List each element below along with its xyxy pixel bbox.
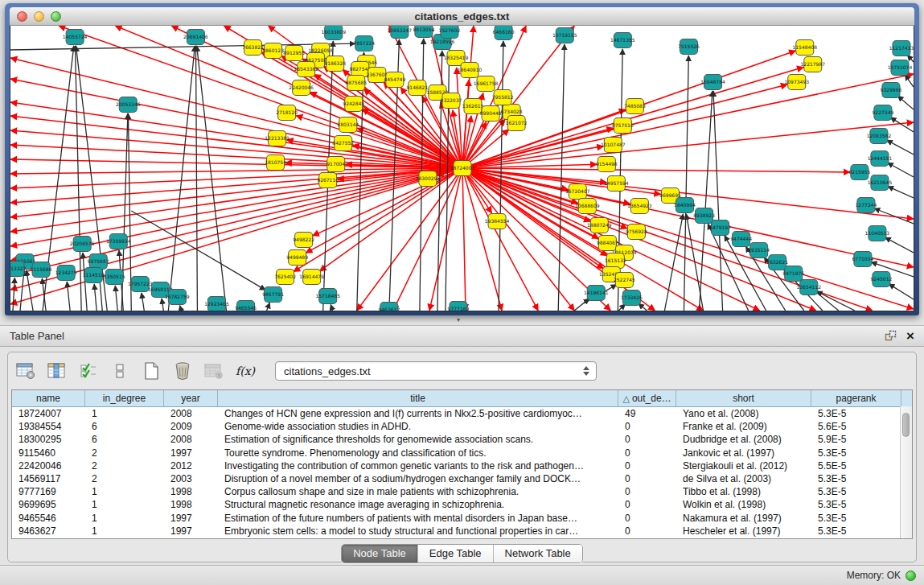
graph-node[interactable]: 11548408	[792, 40, 817, 56]
table-cell[interactable]: 2003	[164, 473, 218, 484]
table-cell[interactable]: 5.5E-5	[811, 460, 901, 472]
graph-node[interactable]: 1350515	[104, 270, 125, 285]
table-cell[interactable]: 2009	[164, 421, 218, 432]
close-window-button[interactable]	[17, 11, 27, 22]
table-cell[interactable]: 49	[618, 408, 676, 419]
graph-node[interactable]: 10688609	[575, 199, 600, 214]
tab-node-table[interactable]: Node Table	[342, 545, 418, 562]
graph-node[interactable]: 10654112	[796, 280, 821, 295]
graph-node[interactable]: 8186328	[324, 56, 346, 72]
graph-node[interactable]: 9975887	[88, 254, 109, 270]
table-cell[interactable]: 1998	[164, 499, 218, 510]
graph-node[interactable]: 6771034	[852, 252, 874, 267]
table-cell[interactable]: 5.9E-5	[811, 434, 901, 445]
table-cell[interactable]: 18300295	[12, 434, 85, 445]
graph-node[interactable]: 14957594	[604, 176, 629, 192]
network-window-titlebar[interactable]: citations_edges.txt	[10, 7, 914, 26]
graph-node[interactable]: 8215955	[849, 165, 871, 180]
graph-node[interactable]: 15720407	[565, 184, 590, 200]
new-table-button[interactable]	[140, 360, 162, 381]
table-row[interactable]: 946554611997Estimation of the future num…	[12, 512, 912, 525]
graph-node[interactable]: 20691406	[183, 30, 208, 45]
table-cell[interactable]: 5.3E-5	[811, 499, 901, 510]
graph-node[interactable]: 1615132	[605, 253, 626, 269]
table-row[interactable]: 911546021997Tourette syndrome. Phenomeno…	[12, 447, 912, 459]
graph-node[interactable]: 20206576	[70, 237, 95, 252]
graph-node[interactable]: 7955812	[492, 90, 514, 105]
graph-node[interactable]: 16782759	[165, 290, 190, 305]
graph-node[interactable]: 1115688	[31, 262, 52, 278]
table-cell[interactable]: 9699695	[12, 499, 85, 510]
graph-node[interactable]: 9227349	[873, 105, 894, 121]
graph-node[interactable]: 2803144	[337, 117, 359, 133]
network-canvas[interactable]: 7663822886012389129551822605898275088186…	[10, 26, 914, 311]
table-cell[interactable]: 0	[618, 421, 676, 432]
graph-node[interactable]: 9329966	[881, 83, 902, 98]
table-cell[interactable]: Corpus callosum shape and size in male p…	[218, 486, 618, 497]
table-cell[interactable]: Estimation of significance thresholds fo…	[218, 434, 618, 445]
graph-node[interactable]: 18724007	[450, 161, 475, 176]
graph-node[interactable]: 12444151	[868, 151, 893, 167]
graph-node[interactable]: 1621072	[506, 116, 528, 131]
table-cell[interactable]: Hescheler et al. (1997)	[676, 525, 811, 537]
select-columns-button[interactable]	[77, 360, 100, 381]
graph-node[interactable]: 16033809	[321, 26, 346, 40]
table-settings-button[interactable]	[14, 360, 37, 381]
graph-node[interactable]: 16543382	[294, 62, 318, 77]
table-cell[interactable]: 5.3E-5	[811, 473, 901, 484]
table-cell[interactable]: 1	[85, 499, 164, 510]
table-cell[interactable]: Wolkin et al. (1998)	[676, 499, 811, 510]
graph-node[interactable]: 7663822	[242, 40, 264, 56]
graph-node[interactable]: 1114519	[83, 268, 105, 283]
table-cell[interactable]: Tourette syndrome. Phenomenology and cla…	[218, 447, 618, 459]
graph-node[interactable]: 9884067	[597, 236, 618, 251]
graph-node[interactable]: 8912955	[283, 46, 305, 61]
graph-node[interactable]: 17359934	[106, 234, 131, 249]
table-cell[interactable]: 18724007	[12, 408, 85, 419]
column-header-short[interactable]: short	[676, 390, 811, 406]
graph-node[interactable]: 1840994	[674, 198, 696, 213]
graph-node[interactable]: 1234275	[55, 266, 77, 281]
delete-attributes-button[interactable]	[171, 360, 194, 381]
graph-node[interactable]: 7485083	[624, 99, 646, 114]
table-cell[interactable]: Tibbo et al. (1998)	[676, 486, 811, 497]
graph-node[interactable]: 7857224	[353, 36, 375, 51]
table-cell[interactable]: Nakamura et al. (1997)	[676, 513, 811, 524]
table-cell[interactable]: 5.6E-5	[811, 421, 901, 432]
zoom-window-button[interactable]	[51, 11, 61, 22]
graph-node[interactable]: 14055724	[63, 30, 88, 45]
graph-node[interactable]: 8860123	[262, 43, 284, 59]
graph-node[interactable]: 1733426	[621, 290, 643, 306]
table-cell[interactable]: 22420046	[12, 460, 85, 472]
graph-node[interactable]: 9875685	[345, 76, 367, 91]
table-cell[interactable]: 5.3E-5	[811, 513, 901, 524]
graph-node[interactable]: 16914479	[299, 270, 324, 285]
graph-node[interactable]: 18807249	[587, 218, 612, 233]
graph-node[interactable]: 10719155	[552, 28, 577, 43]
table-cell[interactable]: Jankovic et al. (1997)	[676, 447, 811, 459]
scrollbar-thumb[interactable]	[902, 413, 910, 437]
column-header-in_degree[interactable]: in_degree	[85, 390, 164, 406]
table-cell[interactable]: 0	[618, 499, 676, 510]
table-cell[interactable]: Dudbridge et al. (2008)	[676, 434, 811, 445]
delete-table-button-disabled[interactable]	[203, 360, 225, 381]
column-header-year[interactable]: year	[164, 390, 218, 406]
graph-node[interactable]: 9267110	[317, 173, 339, 188]
graph-node[interactable]: 8757510	[612, 118, 634, 134]
column-header-pagerank[interactable]: pagerank	[811, 390, 901, 406]
graph-node[interactable]: 6479197	[709, 220, 731, 236]
graph-node[interactable]: 18300295	[416, 171, 441, 187]
graph-node[interactable]: 11040513	[865, 226, 890, 241]
graph-node[interactable]: 19384554	[485, 214, 510, 229]
table-cell[interactable]: Structural magnetic resonance image aver…	[218, 499, 618, 510]
table-row[interactable]: 977716911998Corpus callosum shape and si…	[12, 485, 912, 498]
graph-node[interactable]: 8938923	[693, 208, 715, 224]
graph-node[interactable]: 9463627	[378, 303, 400, 311]
table-row[interactable]: 1938455462009Genome-wide association stu…	[12, 420, 912, 433]
table-cell[interactable]: Changes of HCN gene expression and I(f) …	[218, 408, 618, 419]
table-row[interactable]: 946362711997Embryonic stem cells: a mode…	[12, 525, 912, 538]
table-cell[interactable]: Stergiakouli et al. (2012)	[676, 460, 811, 472]
close-panel-icon[interactable]: ×	[906, 331, 914, 342]
graph-node[interactable]: 8454749	[384, 72, 405, 88]
graph-node[interactable]: 9146821	[407, 80, 429, 96]
